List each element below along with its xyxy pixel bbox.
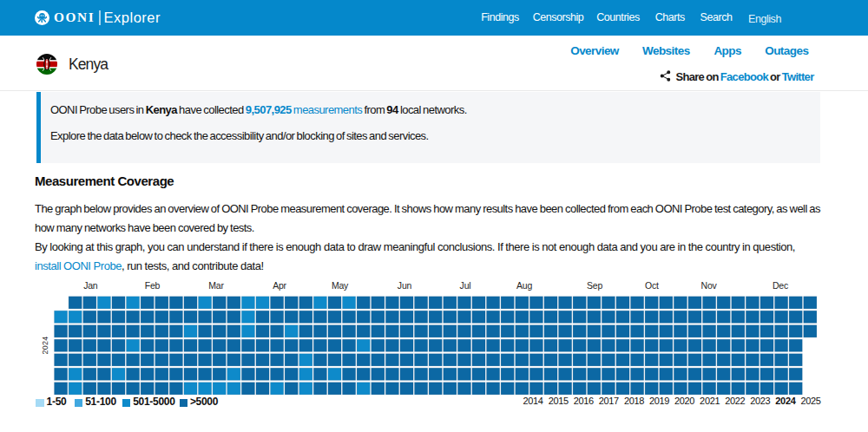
year-option-2015[interactable]: 2015 — [549, 396, 569, 406]
calendar-day-cell[interactable] — [69, 325, 82, 337]
year-option-2020[interactable]: 2020 — [674, 396, 694, 406]
calendar-day-cell[interactable] — [559, 297, 572, 309]
calendar-day-cell[interactable] — [343, 297, 356, 309]
calendar-day-cell[interactable] — [83, 354, 96, 366]
calendar-day-cell[interactable] — [385, 325, 398, 337]
calendar-day-cell[interactable] — [127, 354, 140, 366]
calendar-day-cell[interactable] — [804, 297, 817, 309]
calendar-day-cell[interactable] — [457, 339, 470, 351]
calendar-day-cell[interactable] — [343, 354, 356, 366]
calendar-day-cell[interactable] — [299, 383, 312, 395]
calendar-day-cell[interactable] — [516, 339, 529, 351]
calendar-day-cell[interactable] — [141, 383, 154, 395]
calendar-day-cell[interactable] — [660, 311, 673, 323]
calendar-day-cell[interactable] — [674, 311, 687, 323]
calendar-day-cell[interactable] — [732, 354, 745, 366]
calendar-day-cell[interactable] — [97, 354, 110, 366]
calendar-day-cell[interactable] — [169, 311, 182, 323]
calendar-day-cell[interactable] — [400, 383, 413, 395]
calendar-day-cell[interactable] — [616, 325, 629, 337]
calendar-day-cell[interactable] — [285, 354, 298, 366]
calendar-day-cell[interactable] — [55, 354, 68, 366]
calendar-day-cell[interactable] — [688, 354, 701, 366]
calendar-day-cell[interactable] — [328, 354, 341, 366]
calendar-day-cell[interactable] — [444, 383, 457, 395]
calendar-day-cell[interactable] — [400, 368, 413, 380]
calendar-day-cell[interactable] — [112, 383, 125, 395]
calendar-day-cell[interactable] — [703, 297, 716, 309]
calendar-day-cell[interactable] — [529, 297, 542, 309]
calendar-day-cell[interactable] — [703, 339, 716, 351]
calendar-day-cell[interactable] — [97, 325, 110, 337]
calendar-day-cell[interactable] — [544, 368, 557, 380]
calendar-day-cell[interactable] — [631, 368, 644, 380]
calendar-day-cell[interactable] — [83, 297, 96, 309]
year-option-2024[interactable]: 2024 — [775, 396, 795, 406]
calendar-day-cell[interactable] — [760, 368, 773, 380]
calendar-day-cell[interactable] — [429, 311, 442, 323]
calendar-day-cell[interactable] — [660, 368, 673, 380]
calendar-day-cell[interactable] — [674, 383, 687, 395]
calendar-day-cell[interactable] — [169, 297, 182, 309]
calendar-day-cell[interactable] — [717, 339, 730, 351]
calendar-day-cell[interactable] — [400, 325, 413, 337]
year-option-2022[interactable]: 2022 — [725, 396, 745, 406]
calendar-day-cell[interactable] — [271, 297, 284, 309]
calendar-day-cell[interactable] — [400, 311, 413, 323]
calendar-day-cell[interactable] — [602, 311, 615, 323]
calendar-day-cell[interactable] — [184, 325, 197, 337]
calendar-day-cell[interactable] — [487, 354, 500, 366]
calendar-day-cell[interactable] — [457, 297, 470, 309]
calendar-day-cell[interactable] — [357, 297, 370, 309]
calendar-day-cell[interactable] — [444, 297, 457, 309]
calendar-day-cell[interactable] — [313, 297, 326, 309]
calendar-day-cell[interactable] — [141, 297, 154, 309]
calendar-day-cell[interactable] — [328, 311, 341, 323]
calendar-day-cell[interactable] — [775, 383, 788, 395]
calendar-day-cell[interactable] — [313, 354, 326, 366]
calendar-day-cell[interactable] — [256, 297, 269, 309]
calendar-day-cell[interactable] — [501, 368, 514, 380]
calendar-day-cell[interactable] — [112, 325, 125, 337]
calendar-day-cell[interactable] — [241, 297, 254, 309]
calendar-day-cell[interactable] — [169, 325, 182, 337]
calendar-day-cell[interactable] — [184, 383, 197, 395]
calendar-day-cell[interactable] — [573, 297, 586, 309]
calendar-day-cell[interactable] — [703, 383, 716, 395]
calendar-day-cell[interactable] — [271, 339, 284, 351]
calendar-day-cell[interactable] — [155, 311, 168, 323]
calendar-day-cell[interactable] — [429, 383, 442, 395]
calendar-day-cell[interactable] — [256, 311, 269, 323]
calendar-day-cell[interactable] — [97, 339, 110, 351]
calendar-day-cell[interactable] — [55, 339, 68, 351]
calendar-day-cell[interactable] — [127, 311, 140, 323]
calendar-day-cell[interactable] — [717, 325, 730, 337]
calendar-day-cell[interactable] — [487, 339, 500, 351]
calendar-heatmap-grid[interactable] — [0, 0, 868, 432]
year-option-2025[interactable]: 2025 — [800, 396, 820, 406]
calendar-day-cell[interactable] — [227, 354, 240, 366]
calendar-day-cell[interactable] — [602, 383, 615, 395]
calendar-day-cell[interactable] — [573, 311, 586, 323]
calendar-day-cell[interactable] — [544, 354, 557, 366]
calendar-day-cell[interactable] — [141, 339, 154, 351]
calendar-day-cell[interactable] — [415, 383, 428, 395]
calendar-day-cell[interactable] — [343, 368, 356, 380]
calendar-day-cell[interactable] — [271, 311, 284, 323]
calendar-day-cell[interactable] — [760, 311, 773, 323]
calendar-day-cell[interactable] — [313, 383, 326, 395]
calendar-day-cell[interactable] — [616, 311, 629, 323]
calendar-day-cell[interactable] — [457, 368, 470, 380]
calendar-day-cell[interactable] — [429, 354, 442, 366]
calendar-day-cell[interactable] — [313, 339, 326, 351]
calendar-day-cell[interactable] — [529, 368, 542, 380]
calendar-day-cell[interactable] — [184, 297, 197, 309]
calendar-day-cell[interactable] — [227, 325, 240, 337]
calendar-day-cell[interactable] — [588, 383, 601, 395]
calendar-day-cell[interactable] — [457, 383, 470, 395]
calendar-day-cell[interactable] — [127, 339, 140, 351]
calendar-day-cell[interactable] — [357, 325, 370, 337]
calendar-day-cell[interactable] — [97, 368, 110, 380]
calendar-day-cell[interactable] — [688, 339, 701, 351]
calendar-day-cell[interactable] — [804, 311, 817, 323]
